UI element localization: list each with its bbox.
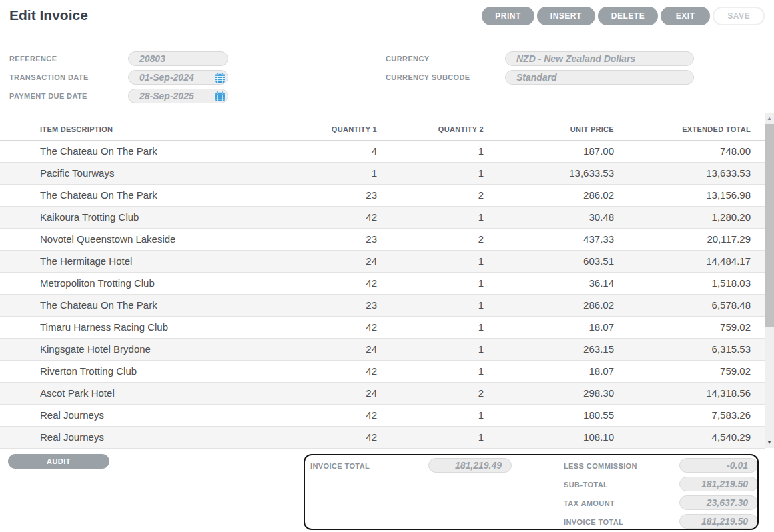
cell-item-description: Metropoliton Trotting Club [0,272,257,294]
table-row[interactable]: Novotel Queenstown Lakeside232437.3320,1… [0,228,765,250]
table-scrollbar[interactable]: ▲ ▼ [765,113,774,448]
exit-button[interactable]: EXIT [661,7,710,25]
cell-quantity-1: 42 [257,272,377,294]
calendar-icon[interactable] [214,91,226,102]
reference-value: 20803 [139,53,165,64]
table-row[interactable]: Real Journeys421108.104,540.29 [0,426,765,448]
cell-quantity-2: 1 [377,140,484,162]
cell-item-description: Timaru Harness Racing Club [0,316,257,338]
cell-quantity-2: 1 [377,426,484,448]
cell-item-description: The Chateau On The Park [0,140,257,162]
cell-unit-price: 187.00 [484,140,614,162]
delete-button[interactable]: DELETE [598,7,658,25]
cell-quantity-1: 4 [257,140,377,162]
save-button[interactable]: SAVE [713,7,765,25]
audit-button[interactable]: AUDIT [8,454,109,469]
table-header-row: ITEM DESCRIPTION QUANTITY 1 QUANTITY 2 U… [0,119,765,140]
invoice-total-field: 181,219.50 [679,514,758,529]
cell-item-description: The Chateau On The Park [0,294,257,316]
cell-extended-total: 759.02 [614,316,765,338]
cell-quantity-1: 24 [257,250,377,272]
cell-item-description: Real Journeys [0,404,257,426]
reference-label: REFERENCE [9,55,57,63]
cell-unit-price: 108.10 [484,426,614,448]
currency-value: NZD - New Zealand Dollars [516,53,635,64]
cell-quantity-1: 24 [257,382,377,404]
scroll-down-arrow-icon[interactable]: ▼ [765,438,774,446]
tax-amount-label: TAX AMOUNT [564,499,615,507]
cell-quantity-2: 2 [377,228,484,250]
table-row[interactable]: Metropoliton Trotting Club42136.141,518.… [0,272,765,294]
table-row[interactable]: Real Journeys421180.557,583.26 [0,404,765,426]
table-row[interactable]: Pacific Tourways1113,633.5313,633.53 [0,162,765,184]
invoice-total-left-label: INVOICE TOTAL [310,462,370,470]
cell-extended-total: 20,117.29 [614,228,765,250]
reference-field[interactable]: 20803 [128,51,228,66]
cell-quantity-1: 23 [257,294,377,316]
table-row[interactable]: The Chateau On The Park232286.0213,156.9… [0,184,765,206]
invoice-items-table: ITEM DESCRIPTION QUANTITY 1 QUANTITY 2 U… [0,119,765,449]
cell-item-description: Kingsgate Hotel Brydone [0,338,257,360]
cell-item-description: Novotel Queenstown Lakeside [0,228,257,250]
less-commission-field: -0.01 [679,458,758,473]
insert-button[interactable]: INSERT [537,7,595,25]
sub-total-label: SUB-TOTAL [564,481,608,489]
currency-subcode-field[interactable]: Standard [505,70,694,85]
cell-quantity-1: 1 [257,162,377,184]
cell-unit-price: 298.30 [484,382,614,404]
payment-due-date-value: 28-Sep-2025 [139,91,194,101]
cell-extended-total: 759.02 [614,360,765,382]
table-row[interactable]: Timaru Harness Racing Club42118.07759.02 [0,316,765,338]
table-row[interactable]: Kingsgate Hotel Brydone241263.156,315.53 [0,338,765,360]
scroll-up-arrow-icon[interactable]: ▲ [765,114,774,122]
calendar-icon[interactable] [214,72,226,83]
cell-quantity-1: 42 [257,404,377,426]
cell-unit-price: 36.14 [484,272,614,294]
invoice-total-label: INVOICE TOTAL [564,518,623,526]
currency-field[interactable]: NZD - New Zealand Dollars [505,51,694,66]
cell-quantity-2: 1 [377,272,484,294]
cell-extended-total: 14,318.56 [614,382,765,404]
cell-extended-total: 7,583.26 [614,404,765,426]
currency-label: CURRENCY [386,55,430,63]
table-row[interactable]: Riverton Trotting Club42118.07759.02 [0,360,765,382]
cell-quantity-2: 1 [377,338,484,360]
cell-unit-price: 18.07 [484,316,614,338]
cell-extended-total: 6,578.48 [614,294,765,316]
cell-unit-price: 286.02 [484,184,614,206]
table-row[interactable]: The Chateau On The Park231286.026,578.48 [0,294,765,316]
cell-unit-price: 180.55 [484,404,614,426]
cell-quantity-2: 1 [377,316,484,338]
table-row[interactable]: The Chateau On The Park41187.00748.00 [0,140,765,162]
table-row[interactable]: Ascot Park Hotel242298.3014,318.56 [0,382,765,404]
transaction-date-field[interactable]: 01-Sep-2024 [128,70,228,85]
cell-quantity-2: 1 [377,206,484,228]
cell-item-description: Riverton Trotting Club [0,360,257,382]
cell-item-description: Pacific Tourways [0,162,257,184]
cell-quantity-2: 1 [377,250,484,272]
col-quantity-1: QUANTITY 1 [257,119,377,140]
cell-extended-total: 1,280.20 [614,206,765,228]
cell-extended-total: 4,540.29 [614,426,765,448]
payment-due-date-field[interactable]: 28-Sep-2025 [128,89,228,103]
transaction-date-value: 01-Sep-2024 [139,72,194,83]
less-commission-value: -0.01 [727,460,748,471]
cell-item-description: Ascot Park Hotel [0,382,257,404]
cell-quantity-2: 2 [377,184,484,206]
cell-unit-price: 263.15 [484,338,614,360]
print-button[interactable]: PRINT [482,7,534,25]
transaction-date-label: TRANSACTION DATE [9,73,89,81]
cell-quantity-2: 1 [377,404,484,426]
cell-item-description: The Chateau On The Park [0,184,257,206]
table-row[interactable]: Kaikoura Trotting Club42130.481,280.20 [0,206,765,228]
cell-quantity-1: 42 [257,360,377,382]
table-row[interactable]: The Hermitage Hotel241603.5114,484.17 [0,250,765,272]
invoice-total-left-value: 181,219.49 [455,460,502,471]
toolbar: PRINTINSERTDELETEEXITSAVE [482,7,765,25]
col-item-description: ITEM DESCRIPTION [0,119,257,140]
cell-quantity-2: 1 [377,294,484,316]
scrollbar-thumb[interactable] [765,124,774,327]
col-extended-total: EXTENDED TOTAL [614,119,765,140]
cell-unit-price: 13,633.53 [484,162,614,184]
cell-quantity-1: 23 [257,184,377,206]
